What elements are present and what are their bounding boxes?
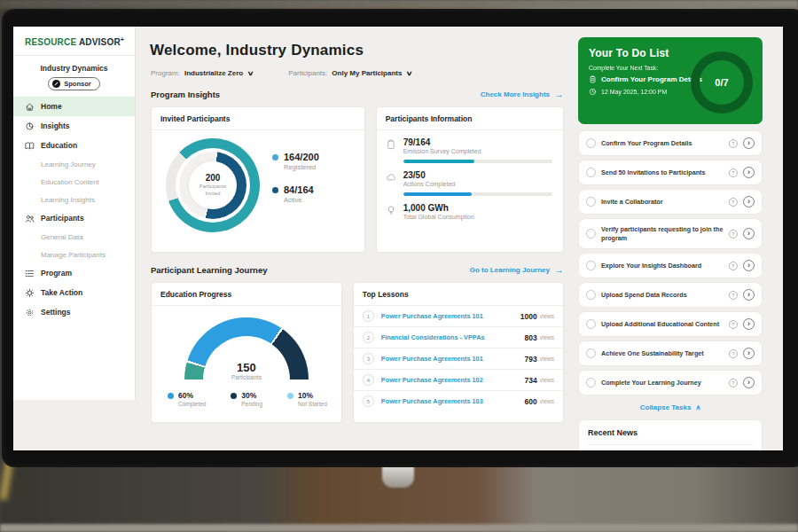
- task-info-icon[interactable]: ?: [729, 230, 738, 239]
- task-checkbox[interactable]: [586, 290, 596, 300]
- task-go-button[interactable]: ›: [743, 167, 755, 178]
- task-info-icon[interactable]: ?: [729, 168, 738, 177]
- sidebar-item-label: Home: [41, 102, 62, 111]
- sidebar-nav: Home Insights Education Learning: [13, 97, 135, 322]
- check-more-insights-link[interactable]: Check More Insights →: [481, 90, 564, 99]
- lesson-views-word: views: [540, 377, 554, 383]
- task-checkbox[interactable]: [586, 319, 596, 329]
- sidebar-item[interactable]: Insights: [13, 116, 135, 136]
- lesson-title-link[interactable]: Power Purchase Agreements 101: [381, 312, 520, 320]
- program-insights-title: Program Insights: [151, 90, 220, 99]
- sidebar-item[interactable]: Home: [13, 97, 135, 116]
- todo-task-row[interactable]: Send 50 Invitations to Participants ? ›: [578, 160, 763, 185]
- task-checkbox[interactable]: [586, 378, 596, 387]
- task-checkbox[interactable]: [586, 197, 596, 207]
- lesson-row[interactable]: 2 Financial Considerations - VPPAs 803 v…: [354, 327, 563, 348]
- sidebar-item-label: Learning Journey: [41, 160, 96, 168]
- photo-of-monitor: RESOURCE ADVISOR+ Industry Dynamics Spon…: [0, 0, 798, 532]
- task-go-button[interactable]: ›: [743, 377, 755, 388]
- task-go-button[interactable]: ›: [743, 318, 755, 330]
- sidebar-item-label: Education: [41, 141, 77, 150]
- participants-filter-dropdown[interactable]: Participants: Only My Participants ∨: [288, 69, 411, 77]
- lesson-views-word: views: [540, 334, 554, 340]
- task-info-icon[interactable]: ?: [729, 291, 738, 300]
- todo-task-row[interactable]: Upload Additional Educational Content ? …: [578, 311, 763, 337]
- legend-dot: [272, 154, 278, 160]
- sidebar-item[interactable]: Education: [13, 136, 135, 155]
- lesson-row[interactable]: 3 Power Purchase Agreements 101 793 view…: [354, 348, 563, 370]
- todo-task-row[interactable]: Explore Your Insights Dashboard ? ›: [578, 253, 763, 278]
- lesson-row[interactable]: 5 Power Purchase Agreements 103 600 view…: [354, 391, 563, 411]
- lesson-row[interactable]: 1 Power Purchase Agreements 101 1000 vie…: [354, 306, 563, 327]
- task-checkbox[interactable]: [586, 229, 596, 239]
- education-gauge-chart: 150 Participants: [184, 317, 309, 380]
- education-legend: 60% Completed 30% Pending: [168, 391, 327, 407]
- sidebar-item[interactable]: Program: [13, 263, 135, 283]
- task-go-button[interactable]: ›: [743, 289, 755, 301]
- go-to-learning-journey-link[interactable]: Go to Learning Journey →: [470, 265, 564, 275]
- lesson-title-link[interactable]: Financial Considerations - VPPAs: [381, 333, 525, 341]
- program-filter-dropdown[interactable]: Program: Industrialize Zero ∨: [151, 69, 253, 77]
- sponsor-icon: [52, 80, 60, 88]
- task-go-button[interactable]: ›: [743, 260, 755, 271]
- task-label: Verify participants requesting to join t…: [601, 225, 724, 242]
- sidebar-item[interactable]: Education Content: [13, 173, 135, 191]
- todo-task-row[interactable]: Achieve One Sustainability Target ? ›: [578, 340, 763, 366]
- education-progress-card: Education Progress 150 Participants: [151, 282, 342, 423]
- lessons-list: 1 Power Purchase Agreements 101 1000 vie…: [354, 306, 563, 411]
- check-more-insights-label: Check More Insights: [481, 90, 550, 98]
- lesson-views-word: views: [540, 356, 554, 362]
- collapse-tasks-link[interactable]: Collapse Tasks∧: [578, 399, 763, 415]
- task-label: Upload Spend Data Records: [601, 291, 724, 300]
- task-go-button[interactable]: ›: [743, 137, 755, 149]
- task-checkbox[interactable]: [586, 348, 596, 358]
- task-info-icon[interactable]: ?: [729, 262, 738, 270]
- todo-task-row[interactable]: Verify participants requesting to join t…: [578, 218, 763, 249]
- task-go-button[interactable]: ›: [743, 228, 755, 239]
- lesson-title-link[interactable]: Power Purchase Agreements 101: [381, 355, 525, 363]
- sidebar-item[interactable]: General Data: [13, 228, 135, 246]
- sidebar-item[interactable]: Settings: [13, 302, 135, 322]
- task-info-icon[interactable]: ?: [729, 198, 738, 207]
- sidebar-item-icon: [25, 141, 35, 151]
- todo-task-row[interactable]: Complete Your Learning Journey ? ›: [578, 370, 763, 395]
- task-checkbox[interactable]: [586, 168, 596, 177]
- clock-icon: [589, 88, 597, 96]
- task-go-button[interactable]: ›: [743, 348, 755, 359]
- sidebar-item-label: Manage Participants: [41, 251, 106, 259]
- education-progress-title: Education Progress: [152, 283, 341, 306]
- lesson-views-count: 793: [525, 355, 537, 364]
- sidebar-item[interactable]: Participants: [13, 208, 135, 228]
- invited-participants-title: Invited Participants: [152, 107, 364, 130]
- todo-counter: 0/7: [715, 77, 728, 88]
- task-info-icon[interactable]: ?: [729, 349, 738, 358]
- lesson-title-link[interactable]: Power Purchase Agreements 103: [381, 397, 525, 405]
- legend-label: Registered: [284, 163, 319, 171]
- task-go-button[interactable]: ›: [743, 196, 755, 207]
- stat-icon: [386, 205, 396, 215]
- sidebar-item[interactable]: Learning Journey: [13, 155, 135, 173]
- task-checkbox[interactable]: [586, 261, 596, 270]
- invited-center-value: 200: [206, 173, 221, 183]
- chevron-up-icon: ∧: [695, 403, 700, 411]
- task-label: Send 50 Invitations to Participants: [601, 168, 724, 177]
- todo-task-row[interactable]: Upload Spend Data Records ? ›: [578, 282, 763, 308]
- lesson-title-link[interactable]: Power Purchase Agreements 102: [381, 376, 525, 384]
- todo-task-row[interactable]: Invite a Collaborator ? ›: [578, 189, 763, 215]
- sidebar-item[interactable]: Take Action: [13, 283, 135, 302]
- todo-task-row[interactable]: Confirm Your Program Details ? ›: [578, 130, 763, 156]
- learning-journey-header: Participant Learning Journey Go to Learn…: [151, 265, 564, 275]
- task-info-icon[interactable]: ?: [729, 320, 738, 329]
- task-info-icon[interactable]: ?: [729, 379, 738, 387]
- sidebar-item[interactable]: Manage Participants: [13, 246, 135, 263]
- logo-advisor: ADVISOR: [79, 37, 121, 47]
- stat-label: Emission Survey Completed: [403, 148, 481, 154]
- task-checkbox[interactable]: [586, 138, 596, 148]
- sidebar-item[interactable]: Learning Insights: [13, 191, 135, 208]
- todo-column: Your To Do List Complete Your Next Task:…: [578, 27, 763, 450]
- task-info-icon[interactable]: ?: [729, 139, 738, 148]
- sponsor-badge[interactable]: Sponsor: [48, 77, 99, 90]
- sidebar-item-label: Education Content: [41, 178, 99, 186]
- lesson-row[interactable]: 4 Power Purchase Agreements 102 734 view…: [354, 370, 563, 391]
- dashboard-screen: RESOURCE ADVISOR+ Industry Dynamics Spon…: [13, 27, 783, 450]
